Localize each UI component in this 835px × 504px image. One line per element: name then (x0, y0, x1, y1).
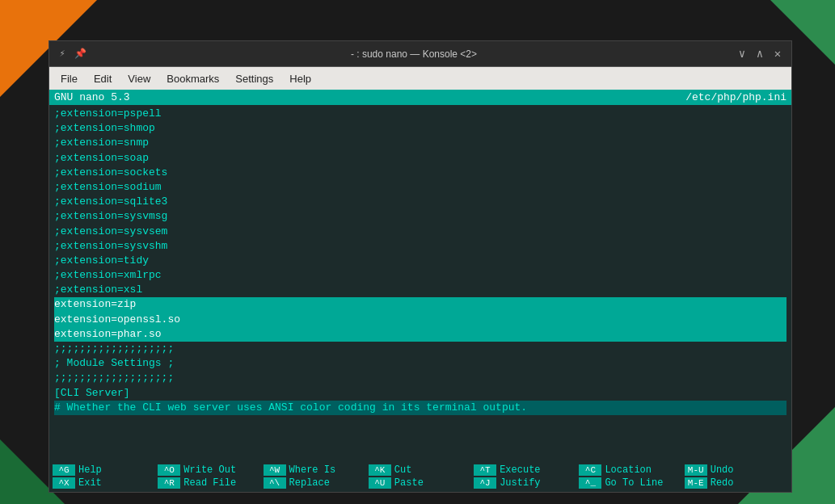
code-line: ;extension=sysvmsg (54, 209, 787, 224)
shortcut-item: ^UPaste (369, 477, 472, 489)
window-controls: ∨ ∧ ✕ (735, 47, 785, 61)
shortcut-bar: ^GHelp^OWrite Out^WWhere Is^KCut^TExecut… (49, 463, 791, 492)
menubar-item-settings[interactable]: Settings (227, 71, 281, 86)
menubar-item-bookmarks[interactable]: Bookmarks (158, 71, 227, 86)
code-line: # Whether the CLI web server uses ANSI c… (54, 401, 787, 415)
shortcut-row: ^GHelp^OWrite Out^WWhere Is^KCut^TExecut… (53, 464, 788, 476)
code-line: ; Module Settings ; (54, 356, 787, 371)
shortcut-key: ^X (53, 477, 75, 489)
code-line: extension=phar.so (54, 327, 787, 342)
shortcut-item: ^GHelp (53, 464, 156, 476)
shortcut-key: ^\ (264, 477, 286, 489)
pin-icon: 📌 (74, 48, 86, 61)
code-line: ;extension=xsl (54, 283, 787, 297)
shortcut-label: Exit (78, 477, 102, 489)
shortcut-label: Paste (394, 477, 424, 489)
shortcut-key: ^R (158, 477, 180, 489)
menubar-item-file[interactable]: File (53, 71, 86, 86)
shortcut-label: Write Out (183, 464, 236, 476)
code-line: ;extension=sysvsem (54, 225, 787, 239)
shortcut-item: ^WWhere Is (264, 464, 367, 476)
shortcut-key: ^_ (579, 477, 601, 489)
nano-version: GNU nano 5.3 (54, 91, 130, 103)
shortcut-item: ^TExecute (474, 464, 577, 476)
maximize-button[interactable]: ∧ (753, 47, 767, 61)
code-line: ;extension=xmlrpc (54, 268, 787, 283)
shortcut-key: M-E (685, 477, 707, 489)
shortcut-item: ^XExit (53, 477, 156, 489)
shortcut-label: Execute (500, 464, 540, 476)
shortcut-label: Justify (500, 477, 540, 489)
shortcut-label: Redo (711, 477, 734, 489)
shortcut-key: ^T (474, 464, 496, 476)
window-title: - : sudo nano — Konsole <2> (93, 48, 735, 60)
shortcut-label: Replace (289, 477, 330, 489)
menubar-item-view[interactable]: View (120, 71, 158, 86)
terminal-window: ⚡ 📌 - : sudo nano — Konsole <2> ∨ ∧ ✕ Fi… (48, 40, 792, 493)
code-line: ;extension=snmp (54, 136, 787, 150)
shortcut-key: ^O (158, 464, 180, 476)
shortcut-label: Help (78, 464, 102, 476)
titlebar: ⚡ 📌 - : sudo nano — Konsole <2> ∨ ∧ ✕ (49, 41, 791, 67)
shortcut-item: ^KCut (369, 464, 472, 476)
shortcut-key: M-U (685, 464, 707, 476)
shortcut-key: ^C (579, 464, 601, 476)
shortcut-item: ^OWrite Out (158, 464, 261, 476)
code-line: [CLI Server] (54, 386, 787, 401)
shortcut-item: ^JJustify (474, 477, 577, 489)
code-line: ;extension=sysvshm (54, 239, 787, 254)
file-path: /etc/php/php.ini (685, 91, 787, 103)
shortcut-item: M-UUndo (685, 464, 788, 476)
menubar-item-edit[interactable]: Edit (86, 71, 120, 86)
close-button[interactable]: ✕ (770, 47, 785, 61)
shortcut-label: Undo (711, 464, 734, 476)
shortcut-key: ^W (264, 464, 286, 476)
shortcut-key: ^U (369, 477, 391, 489)
shortcut-label: Cut (394, 464, 412, 476)
shortcut-label: Read File (183, 477, 236, 489)
code-line: ;extension=sqlite3 (54, 195, 787, 209)
minimize-button[interactable]: ∨ (735, 47, 749, 61)
code-line: ;;;;;;;;;;;;;;;;;;; (54, 371, 787, 385)
shortcut-item: M-ERedo (685, 477, 788, 489)
shortcut-row: ^XExit^RRead File^\Replace^UPaste^JJusti… (53, 477, 788, 489)
shortcut-key: ^G (53, 464, 75, 476)
shortcut-label: Location (605, 464, 652, 476)
code-line: ;extension=sodium (54, 180, 787, 195)
shortcut-item: ^_Go To Line (579, 477, 682, 489)
menubar: FileEditViewBookmarksSettingsHelp (49, 67, 791, 90)
code-line: ;extension=sockets (54, 166, 787, 180)
shortcut-item: ^RRead File (158, 477, 261, 489)
code-area[interactable]: ;extension=pspell;extension=shmop;extens… (49, 105, 791, 463)
code-line: ;;;;;;;;;;;;;;;;;;; (54, 342, 787, 356)
code-line: ;extension=pspell (54, 107, 787, 121)
code-line: extension=openssl.so (54, 313, 787, 327)
titlebar-icons: ⚡ 📌 (56, 48, 86, 61)
shortcut-key: ^K (369, 464, 391, 476)
menubar-item-help[interactable]: Help (281, 71, 319, 86)
shortcut-key: ^J (474, 477, 496, 489)
code-line: ;extension=shmop (54, 121, 787, 136)
shortcut-label: Go To Line (605, 477, 663, 489)
editor-header: GNU nano 5.3 /etc/php/php.ini (49, 90, 791, 105)
shortcut-label: Where Is (289, 464, 336, 476)
shortcut-item: ^\Replace (264, 477, 367, 489)
editor: GNU nano 5.3 /etc/php/php.ini ;extension… (49, 90, 791, 492)
shortcut-item: ^CLocation (579, 464, 682, 476)
terminal-icon: ⚡ (56, 48, 69, 61)
code-line: extension=zip (54, 297, 787, 312)
code-line: ;extension=tidy (54, 254, 787, 268)
code-line: ;extension=soap (54, 151, 787, 166)
